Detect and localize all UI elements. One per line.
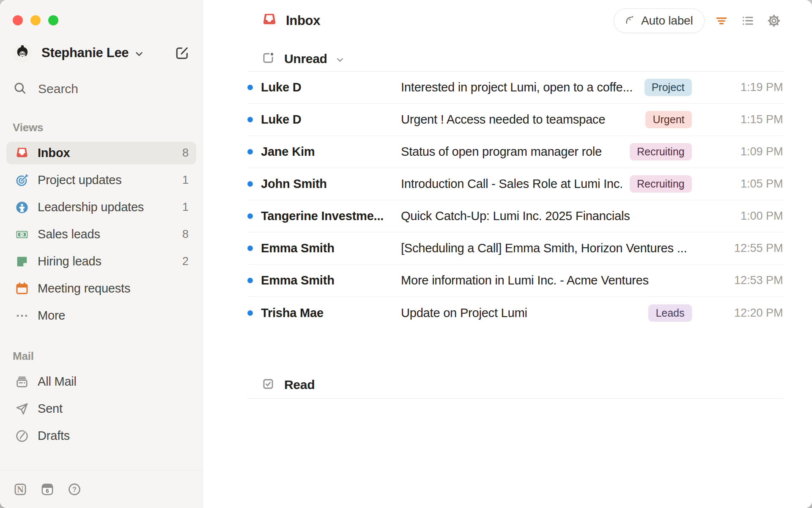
calendar-day-icon[interactable]: 6 [40, 482, 55, 497]
sidebar-item-label: Project updates [38, 173, 122, 187]
svg-text:6: 6 [46, 488, 49, 494]
gear-icon[interactable] [765, 11, 783, 30]
email-row[interactable]: Jane KimStatus of open program manager r… [247, 136, 783, 168]
read-section-label: Read [284, 378, 315, 392]
search-label: Search [38, 82, 78, 96]
email-sender: Tangerine Investme... [261, 209, 401, 223]
email-sender: John Smith [261, 177, 401, 191]
person-circle-icon [15, 200, 29, 215]
unread-dot [247, 85, 253, 90]
minimize-button[interactable] [30, 15, 41, 25]
sidebar-item-sent[interactable]: Sent [6, 398, 196, 420]
sidebar-item-more[interactable]: More [6, 304, 196, 327]
sidebar-item-label: Hiring leads [38, 254, 102, 268]
email-row[interactable]: Trisha MaeUpdate on Project LumiLeads12:… [247, 297, 783, 329]
email-sender: Emma Smith [261, 273, 401, 287]
svg-text:N: N [17, 485, 24, 494]
label-badge: Project [645, 79, 692, 96]
sidebar-item-label: Meeting requests [38, 282, 130, 295]
list-view-icon[interactable] [738, 11, 757, 30]
email-subject: Introduction Call - Sales Role at Lumi I… [401, 177, 623, 191]
email-time: 1:05 PM [696, 177, 783, 190]
notion-logo-icon[interactable]: N [13, 482, 28, 497]
sidebar-item-all-mail[interactable]: All Mail [6, 370, 196, 393]
email-time: 1:09 PM [696, 145, 783, 158]
sidebar: Stephanie Lee Search ViewsInbox8Project … [0, 0, 203, 508]
section-label: Views [6, 121, 196, 134]
sidebar-item-meeting-requests[interactable]: Meeting requests [6, 277, 196, 300]
ellipsis-icon [15, 309, 29, 323]
close-button[interactable] [13, 15, 23, 25]
search-button[interactable]: Search [13, 80, 190, 98]
unread-dot [247, 213, 253, 219]
unread-dot [247, 181, 253, 187]
account-switcher[interactable]: Stephanie Lee [13, 43, 191, 63]
auto-label-button[interactable]: Auto label [614, 8, 705, 33]
unread-dot [247, 310, 253, 316]
unread-section-label: Unread [284, 52, 327, 66]
sidebar-item-label: Inbox [38, 146, 70, 160]
email-row[interactable]: John SmithIntroduction Call - Sales Role… [247, 168, 783, 200]
email-row[interactable]: Luke DUrgent ! Access needed to teamspac… [247, 104, 783, 136]
email-row[interactable]: Luke DInterested in project Lumi, open t… [247, 72, 783, 104]
sidebar-item-leadership-updates[interactable]: Leadership updates1 [6, 196, 196, 218]
email-time: 1:00 PM [696, 210, 783, 223]
email-subject: Interested in project Lumi, open to a co… [401, 80, 638, 94]
zoom-button[interactable] [48, 15, 58, 25]
chevron-down-icon [334, 54, 346, 66]
divider [247, 398, 783, 399]
inbox-icon [15, 146, 29, 160]
email-sender: Trisha Mae [261, 306, 401, 320]
send-icon [15, 402, 29, 416]
drafts-icon [15, 429, 29, 443]
auto-label-text: Auto label [641, 14, 693, 28]
sidebar-item-sales-leads[interactable]: Sales leads8 [6, 223, 196, 246]
sidebar-item-label: More [38, 309, 65, 323]
label-badge: Recruiting [630, 143, 692, 160]
email-sender: Luke D [261, 80, 401, 94]
sidebar-sections: ViewsInbox8Project updates1Leadership up… [0, 121, 203, 447]
sidebar-item-label: Leadership updates [38, 200, 144, 214]
sidebar-item-inbox[interactable]: Inbox8 [6, 142, 196, 164]
checkbox-icon [261, 377, 275, 392]
unread-section-header[interactable]: Unread [247, 47, 783, 71]
sidebar-item-project-updates[interactable]: Project updates1 [6, 169, 196, 191]
banknote-icon [15, 227, 29, 242]
email-time: 12:55 PM [696, 242, 783, 255]
email-subject: Update on Project Lumi [401, 306, 642, 320]
unread-dot [247, 149, 253, 155]
search-icon [13, 81, 27, 97]
filter-icon[interactable] [712, 11, 731, 30]
sidebar-item-drafts[interactable]: Drafts [6, 425, 196, 447]
label-badge: Recruiting [630, 175, 692, 193]
email-time: 12:53 PM [696, 274, 783, 287]
email-row[interactable]: Emma Smith[Scheduling a Call] Emma Smith… [247, 232, 783, 265]
label-badge: Urgent [645, 111, 691, 128]
mail-list-pane: Inbox Auto label Unread Luke DInterested… [203, 0, 812, 508]
sidebar-footer: N 6 ? [0, 470, 203, 508]
auto-label-icon [623, 13, 636, 28]
sidebar-item-hiring-leads[interactable]: Hiring leads2 [6, 250, 196, 273]
unread-count: 1 [182, 201, 189, 214]
account-name: Stephanie Lee [41, 45, 129, 61]
sidebar-item-label: Drafts [38, 429, 70, 443]
read-section-header[interactable]: Read [247, 371, 783, 398]
email-row[interactable]: Tangerine Investme...Quick Catch-Up: Lum… [247, 200, 783, 232]
read-section: Read [247, 371, 783, 399]
sidebar-item-label: All Mail [38, 375, 77, 389]
help-icon[interactable]: ? [67, 482, 82, 497]
all-mail-icon [15, 375, 29, 389]
target-icon [15, 173, 29, 188]
sidebar-item-label: Sent [38, 402, 63, 416]
main-header: Inbox Auto label [247, 8, 783, 33]
email-subject: [Scheduling a Call] Emma Smith, Horizon … [401, 241, 696, 255]
email-subject: Status of open program manager role [401, 145, 623, 159]
inbox-icon [261, 12, 277, 30]
compose-button[interactable] [174, 44, 191, 61]
email-row[interactable]: Emma SmithMore information in Lumi Inc. … [247, 265, 783, 297]
window-controls [0, 0, 203, 25]
page-title: Inbox [286, 13, 320, 28]
calendar-icon [15, 282, 29, 296]
label-badge: Leads [648, 304, 691, 322]
email-time: 1:15 PM [696, 113, 783, 126]
